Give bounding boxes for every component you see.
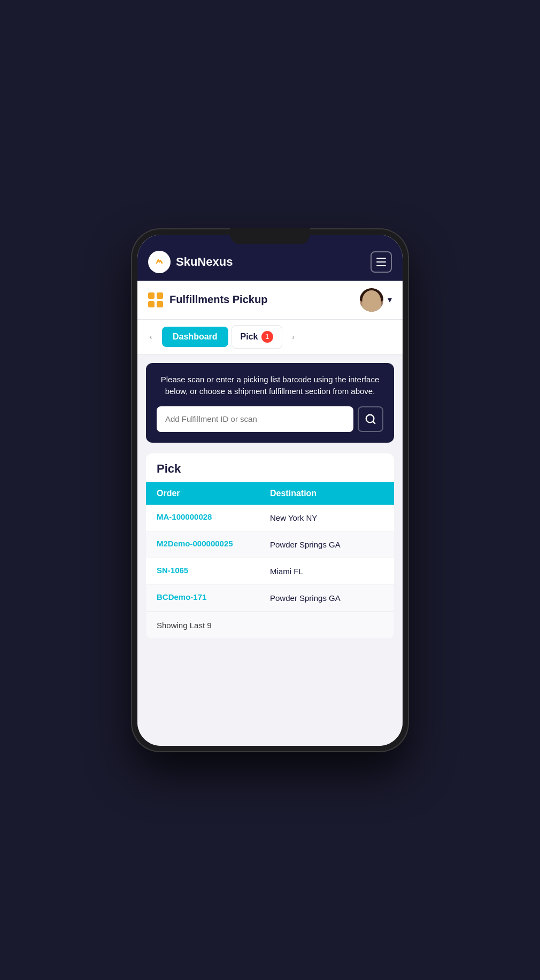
- hamburger-line-3: [376, 265, 386, 266]
- phone-screen: SkuNexus Fulfillments Pickup: [137, 235, 403, 746]
- pick-section-title: Pick: [146, 453, 394, 482]
- nav-logo: SkuNexus: [148, 251, 233, 273]
- order-destination: Miami FL: [270, 566, 383, 577]
- avatar-image: [360, 288, 383, 312]
- table-header: Order Destination: [146, 482, 394, 505]
- logo-icon: [148, 251, 171, 273]
- pick-section: Pick Order Destination MA-100000028 New …: [146, 453, 394, 638]
- tab-pick-badge: 1: [261, 331, 273, 343]
- search-icon: [365, 413, 376, 425]
- grid-cell-1: [148, 292, 155, 299]
- table-row[interactable]: MA-100000028 New York NY: [146, 505, 394, 531]
- user-avatar[interactable]: [360, 288, 383, 312]
- hamburger-button[interactable]: [371, 251, 392, 273]
- showing-footer: Showing Last 9: [146, 612, 394, 638]
- tab-pick-label: Pick: [241, 332, 258, 342]
- grid-cell-3: [148, 301, 155, 307]
- fulfillment-id-input[interactable]: [157, 406, 353, 432]
- col-order-header: Order: [157, 489, 270, 498]
- tab-left-arrow[interactable]: ‹: [143, 329, 159, 345]
- table-row[interactable]: M2Demo-000000025 Powder Springs GA: [146, 531, 394, 558]
- scan-description: Please scan or enter a picking list barc…: [157, 374, 383, 398]
- main-content: Please scan or enter a picking list barc…: [137, 354, 403, 746]
- order-destination: New York NY: [270, 512, 383, 523]
- tab-dashboard[interactable]: Dashboard: [162, 327, 228, 347]
- col-destination-header: Destination: [270, 489, 383, 498]
- header-left: Fulfillments Pickup: [148, 292, 267, 307]
- table-row[interactable]: SN-1065 Miami FL: [146, 558, 394, 585]
- header-right: ▾: [360, 288, 392, 312]
- svg-line-2: [373, 421, 375, 423]
- grid-cell-2: [157, 292, 163, 299]
- avatar-face: [362, 290, 381, 312]
- order-link[interactable]: SN-1065: [157, 566, 270, 575]
- order-link[interactable]: BCDemo-171: [157, 592, 270, 601]
- phone-frame: SkuNexus Fulfillments Pickup: [131, 228, 409, 752]
- hamburger-line-1: [376, 258, 386, 259]
- tab-right-arrow[interactable]: ›: [286, 329, 302, 345]
- table-row[interactable]: BCDemo-171 Powder Springs GA: [146, 585, 394, 612]
- hamburger-line-2: [376, 261, 386, 263]
- scan-input-row: [157, 406, 383, 432]
- order-link[interactable]: MA-100000028: [157, 512, 270, 521]
- tab-pick[interactable]: Pick 1: [232, 325, 282, 349]
- order-destination: Powder Springs GA: [270, 539, 383, 550]
- chevron-down-icon[interactable]: ▾: [388, 295, 392, 305]
- order-link[interactable]: M2Demo-000000025: [157, 539, 270, 548]
- page-header: Fulfillments Pickup ▾: [137, 281, 403, 320]
- logo-text: SkuNexus: [176, 255, 233, 269]
- page-title: Fulfillments Pickup: [169, 294, 267, 306]
- tab-bar: ‹ Dashboard Pick 1 ›: [137, 320, 403, 354]
- phone-notch: [230, 228, 310, 244]
- grid-icon: [148, 292, 163, 307]
- search-button[interactable]: [358, 406, 383, 432]
- scan-card: Please scan or enter a picking list barc…: [146, 363, 394, 443]
- order-destination: Powder Springs GA: [270, 592, 383, 604]
- grid-cell-4: [157, 301, 163, 307]
